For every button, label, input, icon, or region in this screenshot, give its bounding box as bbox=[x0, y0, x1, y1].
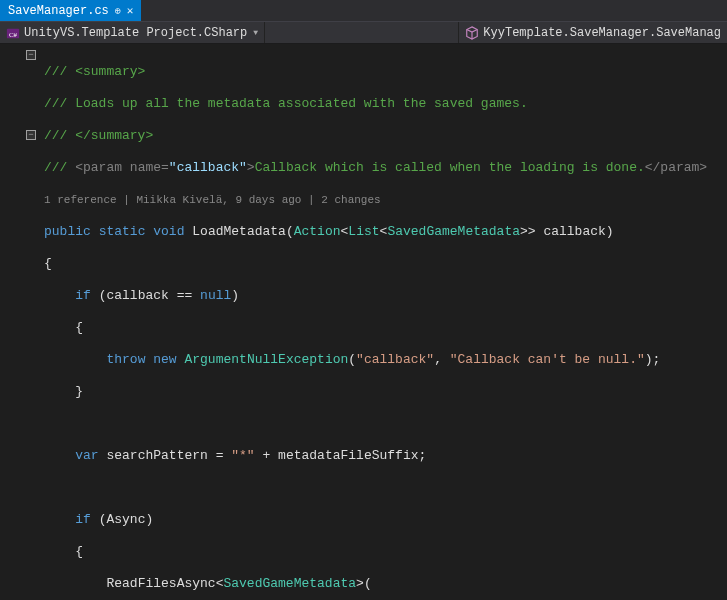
file-tab-savemanager[interactable]: SaveManager.cs ⊕ ✕ bbox=[0, 0, 141, 21]
doc-summary-open: /// <summary> bbox=[44, 64, 145, 79]
tab-bar: SaveManager.cs ⊕ ✕ bbox=[0, 0, 727, 22]
navigation-bar: C# UnityVS.Template Project.CSharp ▼ Kyy… bbox=[0, 22, 727, 44]
tab-filename: SaveManager.cs bbox=[8, 4, 109, 18]
svg-text:C#: C# bbox=[9, 30, 18, 38]
fold-toggle[interactable]: − bbox=[26, 50, 36, 60]
code-editor[interactable]: − − /// <summary> /// Loads up all the m… bbox=[0, 44, 727, 600]
project-name: UnityVS.Template Project.CSharp bbox=[24, 26, 247, 40]
project-dropdown[interactable]: C# UnityVS.Template Project.CSharp ▼ bbox=[0, 22, 265, 43]
codelens[interactable]: 1 reference | Miikka Kivelä, 9 days ago … bbox=[44, 192, 727, 208]
member-dropdown[interactable]: KyyTemplate.SaveManager.SaveManag bbox=[458, 22, 727, 43]
method-icon bbox=[465, 26, 479, 40]
code-area[interactable]: /// <summary> /// Loads up all the metad… bbox=[40, 44, 727, 600]
doc-summary-text: /// Loads up all the metadata associated… bbox=[44, 96, 528, 111]
pin-icon[interactable]: ⊕ bbox=[115, 5, 121, 17]
fold-toggle[interactable]: − bbox=[26, 130, 36, 140]
doc-summary-close: /// </summary> bbox=[44, 128, 153, 143]
gutter: − − bbox=[0, 44, 40, 600]
method-signature: public static void LoadMetadata(Action<L… bbox=[44, 224, 727, 240]
chevron-down-icon: ▼ bbox=[253, 28, 258, 37]
csharp-project-icon: C# bbox=[6, 26, 20, 40]
member-path: KyyTemplate.SaveManager.SaveManag bbox=[483, 26, 721, 40]
close-icon[interactable]: ✕ bbox=[127, 4, 134, 17]
